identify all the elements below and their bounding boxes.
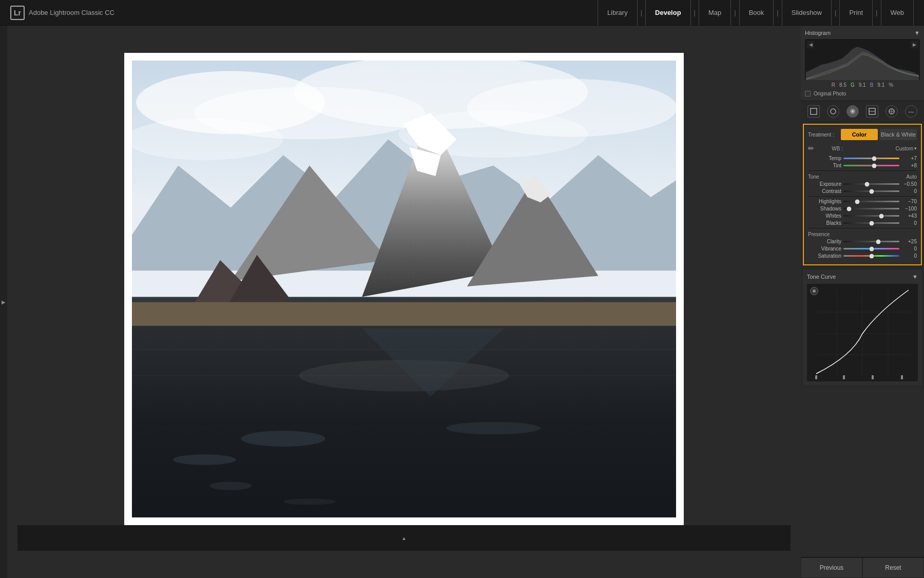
- color-treatment-btn[interactable]: Color: [841, 129, 878, 140]
- temp-label: Temp: [808, 156, 841, 161]
- whites-value: +43: [901, 213, 917, 219]
- g-label: G: [851, 82, 855, 88]
- whites-slider-track[interactable]: [843, 215, 899, 217]
- rgb-values: R 8.5 G 9.1 B 9.1 %: [805, 82, 920, 88]
- tools-row: —: [801, 101, 924, 122]
- nav-slideshow[interactable]: Slideshow: [782, 0, 832, 26]
- saturation-label: Saturation: [808, 253, 841, 259]
- g-value: 9.1: [859, 82, 866, 88]
- tint-slider-handle[interactable]: [872, 163, 876, 168]
- exposure-label: Exposure: [808, 181, 841, 187]
- crop-tool[interactable]: [807, 105, 820, 118]
- nav-print[interactable]: Print: [840, 0, 873, 26]
- right-panel: Histogram ▼ ◀ ▶: [801, 26, 924, 578]
- wb-value[interactable]: Custom: [896, 146, 913, 151]
- contrast-value: 0: [901, 188, 917, 194]
- left-panel-toggle[interactable]: ▶: [0, 26, 7, 578]
- exposure-slider-track[interactable]: [843, 183, 899, 185]
- spot-removal-tool[interactable]: [827, 105, 839, 118]
- nav-separator-5: |: [832, 0, 840, 26]
- histogram-shadow-clip[interactable]: ◀: [809, 42, 813, 47]
- whites-slider-handle[interactable]: [879, 214, 884, 218]
- highlight-divider: [808, 196, 917, 197]
- tint-slider-track[interactable]: [843, 165, 899, 166]
- shadows-slider-track[interactable]: [843, 208, 899, 209]
- filmstrip-toggle-icon[interactable]: ▲: [401, 535, 407, 541]
- svg-point-24: [173, 454, 236, 465]
- saturation-slider-handle[interactable]: [869, 254, 874, 258]
- tint-slider-row: Tint +8: [808, 163, 917, 168]
- nav-develop[interactable]: Develop: [646, 0, 691, 26]
- bottom-buttons: Previous Reset: [801, 557, 924, 578]
- topbar: Lr Adobe Lightroom Classic CC Library | …: [0, 0, 924, 26]
- clarity-label: Clarity: [808, 239, 841, 244]
- adjustment-brush-tool[interactable]: —: [905, 105, 917, 118]
- exposure-slider-handle[interactable]: [864, 182, 869, 186]
- histogram-canvas: ◀ ▶: [805, 39, 920, 80]
- shadows-slider-handle[interactable]: [846, 206, 851, 211]
- highlights-slider-row: Highlights −70: [808, 199, 917, 204]
- contrast-slider-track[interactable]: [843, 190, 899, 192]
- photo-canvas: [132, 61, 676, 517]
- graduated-filter-tool[interactable]: [866, 105, 878, 118]
- tone-curve-section: Tone Curve ▼: [803, 269, 922, 386]
- nav-book[interactable]: Book: [740, 0, 774, 26]
- histogram-highlight-clip[interactable]: ▶: [913, 42, 916, 47]
- tone-section-title: Tone Auto: [808, 174, 917, 180]
- eyedropper-tool[interactable]: ✏: [808, 144, 814, 152]
- histogram-triangle-icon: ▼: [914, 30, 920, 36]
- exposure-slider-row: Exposure −0.50: [808, 181, 917, 187]
- photo-viewer: ▲: [7, 26, 801, 578]
- highlights-value: −70: [901, 199, 917, 204]
- wb-dropdown-icon[interactable]: ▾: [914, 146, 917, 151]
- blacks-slider-row: Blacks 0: [808, 220, 917, 226]
- radial-filter-tool[interactable]: [886, 105, 898, 118]
- highlights-slider-track[interactable]: [843, 201, 899, 202]
- nav-separator-3: |: [731, 0, 739, 26]
- vibrance-slider-track[interactable]: [843, 248, 899, 249]
- blacks-slider-track[interactable]: [843, 222, 899, 224]
- saturation-slider-row: Saturation 0: [808, 253, 917, 259]
- wb-row: ✏ WB : Custom ▾: [808, 144, 917, 152]
- app-logo: Lr Adobe Lightroom Classic CC: [10, 6, 114, 20]
- filmstrip: ▲: [17, 525, 791, 551]
- saturation-slider-track[interactable]: [843, 255, 899, 257]
- red-eye-tool[interactable]: [846, 105, 859, 118]
- contrast-label: Contrast: [808, 188, 841, 194]
- svg-point-27: [283, 498, 336, 505]
- basic-panel: Treatment : Color Black & White ✏ WB : C…: [803, 124, 922, 265]
- b-value: 9.1: [877, 82, 884, 88]
- temp-slider-handle[interactable]: [872, 156, 876, 161]
- nav-separator-6: |: [873, 0, 881, 26]
- nav-separator-2: |: [691, 0, 699, 26]
- vibrance-slider-handle[interactable]: [869, 246, 874, 251]
- svg-point-23: [241, 431, 325, 447]
- highlights-label: Highlights: [808, 199, 841, 204]
- reset-button[interactable]: Reset: [862, 557, 924, 578]
- photo-frame: [124, 53, 684, 525]
- shadows-value: −100: [901, 206, 917, 211]
- temp-slider-track[interactable]: [843, 158, 899, 159]
- nav-web[interactable]: Web: [881, 0, 914, 26]
- tone-curve-canvas[interactable]: [807, 284, 918, 381]
- previous-button[interactable]: Previous: [801, 557, 862, 578]
- svg-rect-45: [843, 375, 845, 379]
- r-label: R: [832, 82, 835, 88]
- bw-treatment-btn[interactable]: Black & White: [880, 129, 917, 140]
- tint-value: +8: [901, 163, 917, 168]
- svg-rect-47: [901, 375, 903, 379]
- original-photo-checkbox[interactable]: [805, 91, 811, 97]
- contrast-slider-handle[interactable]: [869, 189, 874, 194]
- nav-library[interactable]: Library: [598, 0, 638, 26]
- main-area: ▶: [0, 26, 924, 578]
- original-photo-label: Original Photo: [814, 91, 846, 97]
- highlights-slider-handle[interactable]: [855, 199, 860, 204]
- clarity-slider-handle[interactable]: [876, 239, 880, 244]
- treatment-label: Treatment :: [808, 132, 839, 138]
- nav-map[interactable]: Map: [699, 0, 731, 26]
- tone-auto-btn[interactable]: Auto: [906, 174, 917, 180]
- tint-label: Tint: [808, 163, 841, 168]
- blacks-slider-handle[interactable]: [869, 221, 874, 225]
- clarity-slider-track[interactable]: [843, 241, 899, 242]
- blacks-label: Blacks: [808, 220, 841, 226]
